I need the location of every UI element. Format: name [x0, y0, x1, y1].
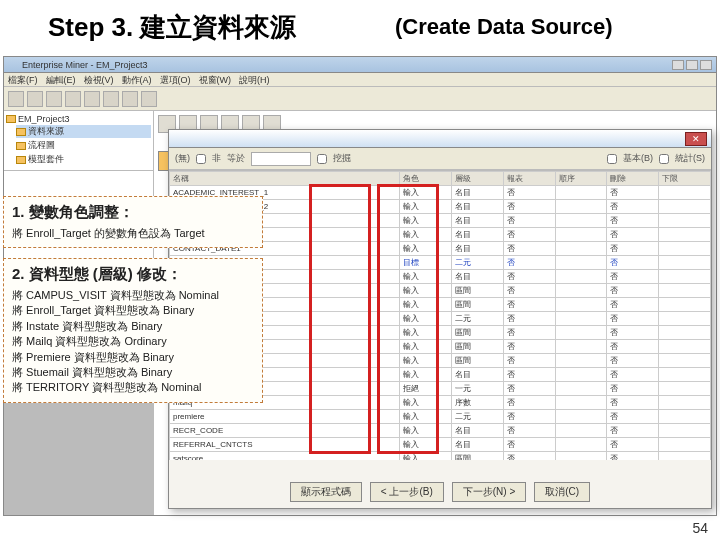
toolbar-btn[interactable]	[8, 91, 24, 107]
dialog-close-button[interactable]: ✕	[685, 132, 707, 146]
page-subtitle: (Create Data Source)	[395, 14, 613, 40]
page-title: Step 3. 建立資料來源	[48, 10, 296, 45]
column-header[interactable]: 刪除	[607, 172, 659, 186]
folder-icon	[16, 142, 26, 150]
window-title: Enterprise Miner - EM_Project3	[22, 60, 148, 70]
menu-view[interactable]: 檢視(V)	[84, 74, 114, 85]
app-icon	[8, 60, 18, 70]
toolbar-btn[interactable]	[103, 91, 119, 107]
column-header[interactable]: 層級	[451, 172, 503, 186]
minimize-button[interactable]	[672, 60, 684, 70]
column-header[interactable]: 角色	[400, 172, 452, 186]
toolbar-btn[interactable]	[141, 91, 157, 107]
toolbar	[4, 87, 716, 111]
annotation-2-title: 2. 資料型態 (層級) 修改：	[12, 265, 254, 284]
column-header[interactable]: 下限	[659, 172, 711, 186]
basic-label: 基本(B)	[623, 152, 653, 165]
annotation-1-title: 1. 變數角色調整：	[12, 203, 254, 222]
dialog-header: ✕	[169, 130, 711, 148]
annotation-1: 1. 變數角色調整： 將 Enroll_Target 的變數角色設為 Targe…	[3, 196, 263, 248]
toolbar-btn[interactable]	[122, 91, 138, 107]
filter-bar: (無) 非 等於 挖掘 基本(B) 統計(S)	[169, 148, 711, 170]
table-row[interactable]: satscore輸入區間否否	[170, 452, 711, 461]
annotation-2-body: 將 CAMPUS_VISIT 資料型態改為 Nominal將 Enroll_Ta…	[12, 288, 254, 396]
page-number: 54	[692, 520, 708, 536]
next-button[interactable]: 下一步(N) >	[452, 482, 527, 502]
preview-panel	[4, 395, 153, 515]
annotation-1-body: 將 Enroll_Target 的變數角色設為 Target	[12, 226, 254, 241]
dialog-buttons: 顯示程式碼 < 上一步(B) 下一步(N) > 取消(C)	[169, 482, 711, 502]
menu-action[interactable]: 動作(A)	[122, 74, 152, 85]
menubar: 檔案(F) 編輯(E) 檢視(V) 動作(A) 選項(O) 視窗(W) 說明(H…	[4, 73, 716, 87]
toolbar-btn[interactable]	[46, 91, 62, 107]
eq-label: 等於	[227, 152, 245, 165]
toolbar-btn[interactable]	[65, 91, 81, 107]
table-row[interactable]: RECR_CODE輸入名目否否	[170, 424, 711, 438]
stats-label: 統計(S)	[675, 152, 705, 165]
table-row[interactable]: premiere輸入二元否否	[170, 410, 711, 424]
mining-checkbox[interactable]	[317, 154, 327, 164]
column-header[interactable]: 名稱	[170, 172, 400, 186]
filter-none-label: (無)	[175, 152, 190, 165]
project-tree[interactable]: EM_Project3 資料來源 流程圖 模型套件	[4, 111, 153, 171]
not-label: 非	[212, 152, 221, 165]
column-header[interactable]: 順序	[555, 172, 607, 186]
annotation-2: 2. 資料型態 (層級) 修改： 將 CAMPUS_VISIT 資料型態改為 N…	[3, 258, 263, 403]
table-row[interactable]: REFERRAL_CNTCTS輸入名目否否	[170, 438, 711, 452]
menu-edit[interactable]: 編輯(E)	[46, 74, 76, 85]
basic-checkbox[interactable]	[607, 154, 617, 164]
menu-window[interactable]: 視窗(W)	[199, 74, 232, 85]
back-button[interactable]: < 上一步(B)	[370, 482, 444, 502]
stats-checkbox[interactable]	[659, 154, 669, 164]
close-button[interactable]	[700, 60, 712, 70]
menu-help[interactable]: 說明(H)	[239, 74, 270, 85]
filter-input[interactable]	[251, 152, 311, 166]
window-titlebar: Enterprise Miner - EM_Project3	[4, 57, 716, 73]
folder-icon	[16, 128, 26, 136]
maximize-button[interactable]	[686, 60, 698, 70]
folder-icon	[16, 156, 26, 164]
menu-options[interactable]: 選項(O)	[160, 74, 191, 85]
menu-file[interactable]: 檔案(F)	[8, 74, 38, 85]
folder-icon	[6, 115, 16, 123]
show-code-button[interactable]: 顯示程式碼	[290, 482, 362, 502]
mining-label: 挖掘	[333, 152, 351, 165]
column-header[interactable]: 報表	[503, 172, 555, 186]
cancel-button[interactable]: 取消(C)	[534, 482, 590, 502]
not-checkbox[interactable]	[196, 154, 206, 164]
toolbar-btn[interactable]	[27, 91, 43, 107]
toolbar-btn[interactable]	[84, 91, 100, 107]
